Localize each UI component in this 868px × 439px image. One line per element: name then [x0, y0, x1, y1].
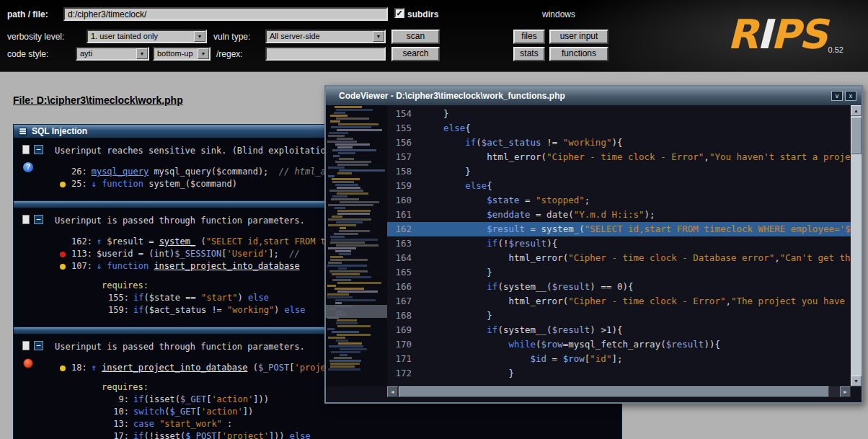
yellow-dot-icon	[60, 264, 66, 270]
code-token: // html_ar	[279, 167, 331, 177]
code-token: $act_status	[149, 305, 206, 315]
vuln-type-select[interactable]: All server-side ▼	[265, 30, 386, 43]
line-number: 172	[387, 366, 412, 381]
code-token: ,	[704, 151, 709, 162]
code-token: else	[285, 305, 306, 315]
function-link[interactable]: system_	[159, 236, 196, 247]
line-number: 165	[387, 265, 412, 280]
file-icon[interactable]	[22, 341, 30, 350]
code-token: }	[422, 166, 471, 177]
code-style-select[interactable]: ayti ▼	[76, 47, 149, 61]
code-token: if	[465, 137, 476, 148]
line-number: 167	[387, 294, 412, 309]
direction-select[interactable]: bottom-up ▼	[153, 47, 211, 61]
code-token	[422, 223, 487, 234]
search-button[interactable]: search	[391, 47, 440, 61]
code-token	[422, 123, 443, 133]
scroll-up-icon[interactable]: ▲	[851, 105, 862, 116]
code-token: ){	[546, 238, 557, 249]
code-token: ,	[774, 252, 780, 263]
code-token: $row	[563, 353, 585, 364]
code-token: system_(	[143, 179, 190, 189]
path-input[interactable]	[63, 7, 388, 21]
minimap-viewport-indicator[interactable]	[326, 305, 387, 318]
code-token: ){	[611, 137, 622, 148]
code-token: ) == 0){	[590, 281, 633, 292]
line-number: 113:	[71, 249, 92, 259]
code-token: $command	[190, 179, 232, 189]
codeviewer-line: 167 html_error("Cipher - time clock - Er…	[387, 294, 851, 309]
codeviewer-window: CodeViewer - D:\cipher3\timeclock\work_f…	[324, 85, 863, 404]
code-token: $result	[508, 238, 546, 249]
code-token: (	[247, 363, 257, 373]
code-token: (	[195, 236, 205, 247]
code-token	[422, 195, 487, 205]
user-input-button[interactable]: user input	[549, 30, 608, 44]
code-token: "Y.m.d H:i:s"	[574, 209, 645, 220]
code-token: else	[290, 431, 311, 439]
line-number: 157	[387, 150, 412, 164]
code-token: ⇓	[92, 179, 102, 189]
code-token: {	[465, 123, 471, 133]
function-link[interactable]: mysql_query	[92, 167, 149, 177]
scroll-right-icon[interactable]: ►	[840, 386, 851, 397]
stats-button[interactable]: stats	[513, 47, 545, 61]
code-token: $command	[216, 167, 258, 177]
horizontal-scrollbar[interactable]: ◄ ►	[387, 386, 851, 397]
code-token: if	[133, 394, 143, 404]
vuln-type-label: vuln type:	[213, 32, 250, 42]
version-label: 0.52	[828, 45, 843, 54]
functions-button[interactable]: functions	[549, 47, 608, 61]
line-number: 163	[387, 236, 412, 251]
code-token: $result	[487, 223, 525, 234]
collapse-icon[interactable]: −	[34, 215, 43, 224]
close-button[interactable]: x	[845, 91, 856, 101]
subdirs-checkbox[interactable]: ✓	[394, 8, 404, 18]
code-token: $userid	[97, 249, 133, 259]
finding-icons: −	[22, 215, 54, 225]
code-token: )){	[704, 339, 720, 350]
codeviewer-titlebar[interactable]: CodeViewer - D:\cipher3\timeclock\work_f…	[326, 87, 862, 105]
code-token: else	[443, 123, 465, 133]
codeviewer-line: 169 if(system__($result) >1){	[387, 323, 851, 337]
files-button[interactable]: files	[513, 30, 545, 44]
code-minimap[interactable]	[326, 105, 387, 386]
collapse-icon[interactable]: −	[34, 145, 43, 154]
minimize-button[interactable]: v	[831, 91, 843, 101]
code-token: $result	[666, 339, 704, 350]
verbosity-select[interactable]: 1. user tainted only ▼	[87, 30, 207, 43]
code-token: $row	[541, 339, 563, 350]
code-token: //	[289, 249, 305, 259]
horizontal-scroll-thumb[interactable]	[399, 386, 829, 397]
code-token: if	[487, 238, 497, 249]
vertical-scrollbar[interactable]: ▲ ▼	[851, 105, 862, 386]
codeviewer-line: 154 }	[387, 107, 851, 121]
code-token: "Can't get the id of the las	[780, 252, 851, 263]
code-token: ])	[243, 407, 253, 417]
line-number: 159:	[14, 304, 129, 316]
code-area[interactable]: 154 }155 else{156 if($act_status != "wor…	[387, 107, 851, 386]
line-number: 168	[387, 309, 412, 323]
function-link[interactable]: insert_project_into_database	[102, 363, 247, 373]
line-number: 170	[387, 337, 412, 352]
regex-input[interactable]	[265, 47, 386, 61]
code-token: $result	[107, 236, 143, 247]
code-token: else	[248, 293, 269, 303]
top-toolbar: path / file: ✓ subdirs windows verbosity…	[0, 0, 868, 72]
vertical-scroll-thumb[interactable]	[851, 117, 862, 154]
file-icon[interactable]	[22, 145, 30, 154]
finding-icons: −	[22, 341, 54, 351]
code-token: )	[274, 305, 284, 315]
scan-button[interactable]: scan	[391, 30, 440, 44]
code-token: mysql_query(	[149, 167, 216, 177]
file-icon[interactable]	[22, 215, 30, 224]
red-dot-icon	[60, 252, 66, 257]
scroll-left-icon[interactable]: ◄	[387, 386, 398, 397]
scroll-down-icon[interactable]: ▼	[851, 376, 862, 386]
code-token: function	[107, 261, 149, 271]
code-token: $result	[552, 281, 590, 292]
code-token: while	[508, 339, 536, 350]
logo-letters-ps: PS	[771, 11, 826, 58]
function-link[interactable]: insert_project_into_database	[154, 261, 299, 271]
collapse-icon[interactable]: −	[34, 341, 43, 350]
